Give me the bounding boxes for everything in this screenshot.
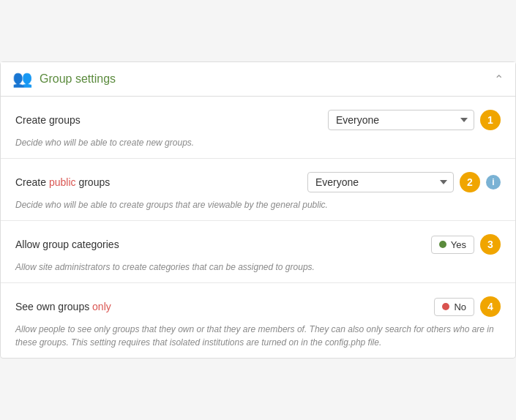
toggle-allow-group-categories[interactable]: Yes (431, 236, 474, 254)
panel-header: 👥 Group settings ⌃ (1, 62, 515, 97)
setting-main-create-public-groups: Create public groupsEveryoneAdmins onlyN… (15, 172, 501, 192)
header-left: 👥 Group settings (12, 70, 116, 89)
collapse-icon[interactable]: ⌃ (494, 72, 504, 86)
badge-1: 1 (480, 110, 501, 130)
setting-main-allow-group-categories: Allow group categoriesYes3 (15, 234, 501, 255)
setting-row-create-public-groups: Create public groupsEveryoneAdmins onlyN… (1, 159, 515, 221)
badge-2: 2 (460, 172, 480, 192)
badge-3: 3 (480, 234, 501, 255)
badge-4: 4 (480, 296, 501, 317)
setting-main-see-own-groups-only: See own groups onlyNo4 (15, 296, 501, 317)
setting-row-see-own-groups-only: See own groups onlyNo4Allow people to se… (1, 283, 515, 358)
toggle-dot-red (442, 303, 449, 310)
toggle-label: Yes (451, 239, 466, 250)
toggle-label: No (454, 301, 466, 312)
setting-description-see-own-groups-only: Allow people to see only groups that the… (15, 323, 501, 349)
setting-row-allow-group-categories: Allow group categoriesYes3Allow site adm… (1, 221, 515, 283)
setting-control-create-public-groups: EveryoneAdmins onlyNo one2i (307, 172, 501, 192)
group-settings-panel: 👥 Group settings ⌃ Create groupsEveryone… (0, 61, 516, 359)
setting-description-create-groups: Decide who will be able to create new gr… (15, 136, 501, 149)
panel-title: Group settings (40, 72, 116, 86)
setting-control-allow-group-categories: Yes3 (431, 234, 501, 255)
toggle-see-own-groups-only[interactable]: No (434, 298, 474, 316)
setting-control-create-groups: EveryoneAdmins onlyNo one1 (328, 110, 501, 130)
setting-row-create-groups: Create groupsEveryoneAdmins onlyNo one1D… (1, 97, 515, 159)
setting-main-create-groups: Create groupsEveryoneAdmins onlyNo one1 (15, 110, 501, 130)
info-icon[interactable]: i (486, 175, 501, 190)
toggle-dot-green (439, 241, 446, 248)
setting-description-allow-group-categories: Allow site administrators to create cate… (15, 260, 501, 274)
select-create-public-groups[interactable]: EveryoneAdmins onlyNo one (307, 172, 454, 192)
setting-control-see-own-groups-only: No4 (434, 296, 501, 317)
settings-content: Create groupsEveryoneAdmins onlyNo one1D… (1, 97, 515, 358)
setting-label-allow-group-categories: Allow group categories (15, 239, 431, 250)
groups-icon: 👥 (12, 70, 32, 89)
select-create-groups[interactable]: EveryoneAdmins onlyNo one (328, 110, 474, 130)
setting-label-create-public-groups: Create public groups (15, 176, 307, 188)
setting-description-create-public-groups: Decide who will be able to create groups… (15, 198, 501, 211)
setting-label-create-groups: Create groups (15, 114, 328, 126)
setting-label-see-own-groups-only: See own groups only (15, 301, 434, 312)
